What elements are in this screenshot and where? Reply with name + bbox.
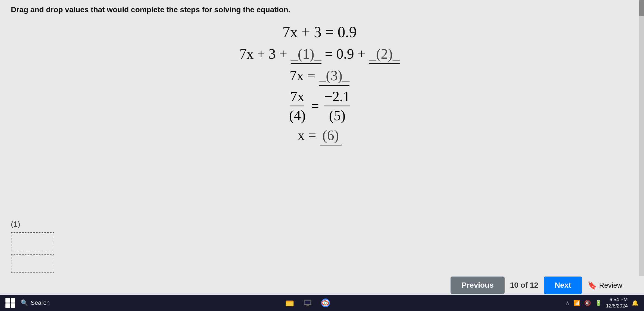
- start-icon-q4: [11, 303, 15, 308]
- svg-point-10: [324, 302, 327, 304]
- drag-label: (1): [11, 220, 54, 229]
- start-icon-q2: [11, 298, 15, 303]
- next-button[interactable]: Next: [544, 277, 582, 294]
- fraction-left-numerator: 7x: [290, 88, 304, 106]
- review-button[interactable]: 🔖 Review: [587, 281, 622, 290]
- svg-rect-5: [307, 305, 309, 306]
- bookmark-icon: 🔖: [587, 281, 597, 290]
- taskbar: 🔍 Search: [0, 295, 644, 311]
- previous-button[interactable]: Previous: [451, 277, 504, 294]
- fraction-right: −2.1 (5): [324, 88, 350, 123]
- equation-area: 7x + 3 = 0.9 7x + 3 + _(1)_ = 0.9 + _(2)…: [11, 22, 628, 145]
- equation-line-3: 7x = _(3)_: [290, 66, 349, 86]
- battery-icon[interactable]: 🔋: [595, 300, 602, 306]
- scrollbar[interactable]: [639, 0, 644, 311]
- eq-blank-2[interactable]: _(2)_: [369, 45, 400, 64]
- equation-fraction-row: 7x (4) = −2.1 (5): [289, 88, 350, 123]
- eq-line3-prefix: 7x =: [290, 68, 315, 83]
- wifi-icon[interactable]: 📶: [573, 300, 580, 306]
- taskbar-system-tray: ∧ 📶 🔇 🔋 6:54 PM 12/8/2024 🔔: [566, 297, 639, 309]
- review-label: Review: [599, 281, 622, 290]
- fraction-left: 7x (4): [289, 88, 306, 123]
- eq-blank-3[interactable]: _(3)_: [319, 66, 349, 86]
- eq-blank-6[interactable]: (6): [320, 126, 342, 145]
- search-icon: 🔍: [21, 299, 28, 306]
- drag-box-2[interactable]: [11, 254, 54, 273]
- chrome-icon[interactable]: [321, 298, 330, 308]
- fraction-right-numerator: −2.1: [324, 88, 350, 106]
- taskbar-center-icons: [55, 298, 560, 308]
- file-explorer-icon[interactable]: [285, 298, 295, 308]
- taskbar-time-display: 6:54 PM: [606, 297, 628, 303]
- main-content: Drag and drop values that would complete…: [0, 0, 639, 278]
- start-icon-q3: [5, 303, 10, 308]
- bottom-navigation-bar: Previous 10 of 12 Next 🔖 Review: [0, 276, 644, 295]
- equation-line-last: x = (6): [298, 126, 341, 145]
- start-icon-q1: [5, 298, 10, 303]
- svg-rect-4: [305, 301, 310, 304]
- scrollbar-thumb[interactable]: [639, 0, 644, 16]
- drag-area: (1): [11, 220, 54, 273]
- start-button[interactable]: [5, 298, 15, 308]
- volume-icon[interactable]: 🔇: [584, 300, 591, 306]
- equation-line-2: 7x + 3 + _(1)_ = 0.9 + _(2)_: [239, 45, 400, 64]
- fraction-equals: =: [311, 98, 319, 114]
- taskbar-datetime[interactable]: 6:54 PM 12/8/2024: [606, 297, 628, 309]
- fraction-right-denominator[interactable]: (5): [329, 106, 346, 123]
- fraction-left-denominator[interactable]: (4): [289, 106, 306, 123]
- taskbar-search[interactable]: 🔍 Search: [21, 299, 50, 306]
- svg-rect-2: [286, 301, 289, 302]
- eq-line2-prefix: 7x + 3 +: [239, 46, 287, 62]
- system-tray-chevron[interactable]: ∧: [566, 300, 569, 306]
- search-label: Search: [31, 299, 50, 306]
- eq-line1-text: 7x + 3 = 0.9: [282, 24, 357, 40]
- screen-icon[interactable]: [303, 298, 312, 308]
- eq-line2-middle: = 0.9 +: [325, 46, 366, 62]
- taskbar-date-display: 12/8/2024: [606, 303, 628, 309]
- eq-blank-1[interactable]: _(1)_: [291, 45, 321, 64]
- page-indicator: 10 of 12: [510, 281, 538, 290]
- drag-box-1[interactable]: [11, 232, 54, 251]
- equation-line-1: 7x + 3 = 0.9: [282, 22, 357, 42]
- svg-rect-1: [286, 302, 293, 306]
- eq-line-last-prefix: x =: [298, 128, 316, 143]
- svg-rect-6: [306, 306, 310, 306]
- notification-icon[interactable]: 🔔: [632, 300, 639, 306]
- instruction-text: Drag and drop values that would complete…: [11, 5, 628, 14]
